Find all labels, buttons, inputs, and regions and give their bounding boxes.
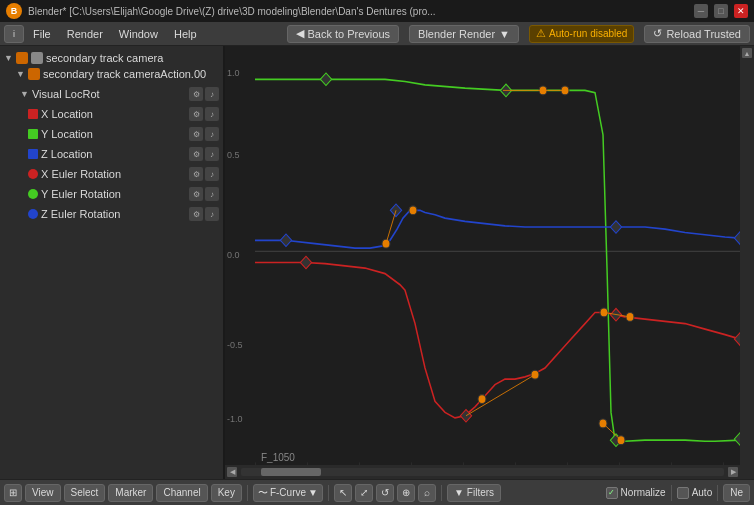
x-euler-settings-icon[interactable]: ⚙ — [189, 167, 203, 181]
x-euler-icons: ⚙ ♪ — [189, 167, 219, 181]
view-menu-button[interactable]: View — [25, 484, 61, 502]
separator-2 — [328, 485, 329, 501]
menu-render[interactable]: Render — [60, 26, 110, 42]
channel-visual-locrot[interactable]: ▼ Visual LocRot ⚙ ♪ — [0, 84, 223, 104]
channel-x-location[interactable]: X Location ⚙ ♪ — [0, 104, 223, 124]
track-icon-camera — [16, 52, 28, 64]
track-header-1[interactable]: ▼ secondary track camera — [0, 50, 223, 66]
y-location-mute-icon[interactable]: ♪ — [205, 127, 219, 141]
y-euler-label: Y Euler Rotation — [41, 188, 186, 200]
normalize-checkbox[interactable]: ✓ Normalize — [606, 487, 666, 499]
scroll-right-arrow-icon[interactable]: ▶ — [728, 467, 738, 477]
z-euler-icons: ⚙ ♪ — [189, 207, 219, 221]
y-euler-icons: ⚙ ♪ — [189, 187, 219, 201]
close-button[interactable]: ✕ — [734, 4, 748, 18]
frame-label: F_1050 — [261, 452, 295, 463]
separator-4 — [671, 485, 672, 501]
scroll-left-arrow-icon[interactable]: ◀ — [227, 467, 237, 477]
search-tool-button[interactable]: ⌕ — [418, 484, 436, 502]
key-menu-button[interactable]: Key — [211, 484, 242, 502]
x-euler-label: X Euler Rotation — [41, 168, 186, 180]
z-location-label: Z Location — [41, 148, 186, 160]
transform-tool-button[interactable]: ⤢ — [355, 484, 373, 502]
dropdown-arrow-icon: ▼ — [499, 28, 510, 40]
channel-z-euler[interactable]: Z Euler Rotation ⚙ ♪ — [0, 204, 223, 224]
channel-list: ▼ Visual LocRot ⚙ ♪ X Location ⚙ ♪ Y Loc — [0, 82, 223, 226]
scrollbar-track — [241, 468, 724, 476]
channel-menu-button[interactable]: Channel — [156, 484, 207, 502]
x-location-icons: ⚙ ♪ — [189, 107, 219, 121]
bottom-scrollbar[interactable]: ◀ ▶ — [225, 465, 740, 479]
action-header[interactable]: ▼ secondary track cameraAction.00 — [0, 66, 223, 82]
editor-type-button[interactable]: ⊞ — [4, 484, 22, 502]
autorun-badge: ⚠ Auto-run disabled — [529, 25, 634, 43]
back-arrow-icon: ◀ — [296, 27, 304, 40]
svg-point-20 — [478, 395, 486, 404]
x-euler-color — [28, 169, 38, 179]
fcurve-icon: 〜 — [258, 486, 268, 500]
y-euler-settings-icon[interactable]: ⚙ — [189, 187, 203, 201]
track-icon-secondary — [31, 52, 43, 64]
rotate-tool-button[interactable]: ↺ — [376, 484, 394, 502]
separator-5 — [717, 485, 718, 501]
ne-button[interactable]: Ne — [723, 484, 750, 502]
x-location-mute-icon[interactable]: ♪ — [205, 107, 219, 121]
minimize-button[interactable]: ─ — [694, 4, 708, 18]
channel-y-location[interactable]: Y Location ⚙ ♪ — [0, 124, 223, 144]
cursor-tool-button[interactable]: ↖ — [334, 484, 352, 502]
svg-rect-0 — [255, 46, 750, 462]
reload-trusted-button[interactable]: ↺ Reload Trusted — [644, 25, 750, 43]
auto-label: Auto — [692, 487, 713, 498]
blender-logo: B — [6, 3, 22, 19]
x-location-color — [28, 109, 38, 119]
svg-point-23 — [626, 312, 634, 321]
select-menu-button[interactable]: Select — [64, 484, 106, 502]
menu-help[interactable]: Help — [167, 26, 204, 42]
x-location-settings-icon[interactable]: ⚙ — [189, 107, 203, 121]
y-location-color — [28, 129, 38, 139]
graph-svg: 1050 1060 1070 1080 1090 1100 1110 1120 … — [225, 46, 754, 479]
z-euler-mute-icon[interactable]: ♪ — [205, 207, 219, 221]
auto-checkbox[interactable]: ✓ Auto — [677, 487, 713, 499]
y-location-label: Y Location — [41, 128, 186, 140]
menu-window[interactable]: Window — [112, 26, 165, 42]
channel-x-euler[interactable]: X Euler Rotation ⚙ ♪ — [0, 164, 223, 184]
normalize-label: Normalize — [621, 487, 666, 498]
filters-icon: ▼ — [454, 487, 464, 498]
info-button[interactable]: i — [4, 25, 24, 43]
locrot-mute-icon[interactable]: ♪ — [205, 87, 219, 101]
y-euler-color — [28, 189, 38, 199]
reload-icon: ↺ — [653, 27, 662, 40]
channel-z-location[interactable]: Z Location ⚙ ♪ — [0, 144, 223, 164]
filters-button[interactable]: ▼ Filters — [447, 484, 501, 502]
back-to-previous-button[interactable]: ◀ Back to Previous — [287, 25, 400, 43]
visual-locrot-label: Visual LocRot — [32, 88, 186, 100]
render-engine-selector[interactable]: Blender Render ▼ — [409, 25, 519, 43]
z-euler-settings-icon[interactable]: ⚙ — [189, 207, 203, 221]
z-euler-color — [28, 209, 38, 219]
main-area: ▼ secondary track camera ▼ secondary tra… — [0, 46, 754, 479]
x-euler-mute-icon[interactable]: ♪ — [205, 167, 219, 181]
y-location-settings-icon[interactable]: ⚙ — [189, 127, 203, 141]
marker-menu-button[interactable]: Marker — [108, 484, 153, 502]
scale-tool-button[interactable]: ⊕ — [397, 484, 415, 502]
y-euler-mute-icon[interactable]: ♪ — [205, 187, 219, 201]
svg-point-27 — [409, 206, 417, 215]
x-location-label: X Location — [41, 108, 186, 120]
menu-bar: i File Render Window Help ◀ Back to Prev… — [0, 22, 754, 46]
auto-checkbox-box: ✓ — [677, 487, 689, 499]
channel-y-euler[interactable]: Y Euler Rotation ⚙ ♪ — [0, 184, 223, 204]
locrot-settings-icon[interactable]: ⚙ — [189, 87, 203, 101]
z-location-mute-icon[interactable]: ♪ — [205, 147, 219, 161]
maximize-button[interactable]: □ — [714, 4, 728, 18]
scroll-up-arrow-icon[interactable]: ▲ — [742, 48, 752, 58]
action-arrow-icon: ▼ — [16, 69, 25, 79]
fcurve-selector[interactable]: 〜 F-Curve ▼ — [253, 484, 323, 502]
z-location-settings-icon[interactable]: ⚙ — [189, 147, 203, 161]
scrollbar-right[interactable]: ▲ — [740, 46, 754, 479]
title-bar: B Blender* [C:\Users\Elijah\Google Drive… — [0, 0, 754, 22]
scrollbar-thumb[interactable] — [261, 468, 321, 476]
menu-file[interactable]: File — [26, 26, 58, 42]
graph-area[interactable]: + 1.0 0.5 0.0 -0.5 -1.0 — [225, 46, 754, 479]
visual-locrot-arrow-icon: ▼ — [20, 89, 29, 99]
